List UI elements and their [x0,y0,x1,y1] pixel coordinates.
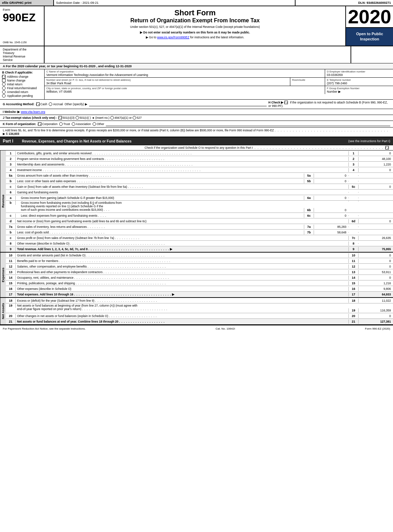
address-cell: Number and street (or P. O. box, if mail… [45,78,290,86]
efile-label: efile GRAPHIC print [0,0,54,6]
line-13: 13 Professional fees and other payments … [6,269,393,275]
omb-number: OMB No. 1545-1150 [3,27,41,44]
line-6c: c Less: direct expenses from gaming and … [6,213,393,218]
line-5b: b Less: cost or other basis and sales ex… [6,178,393,184]
room-cell: Room/suite [290,78,325,86]
line-7c: c Gross profit or (loss) from sales of i… [6,235,393,241]
cash-checkbox[interactable]: ✓ [36,102,40,106]
section-k: K Form of organization: ✓ Corporation Tr… [0,121,393,128]
website-link[interactable]: www.vita-learn.org [21,110,45,114]
trust-radio[interactable] [59,122,63,126]
dept-right-content [45,46,351,63]
page: efile GRAPHIC print Submission Date - 20… [0,0,393,332]
section-a: A For the 2020 calendar year, or tax yea… [0,63,393,69]
form-990ez: 990EZ [3,11,41,24]
section-l: L Add lines 5b, 6c, and 7b to line 9 to … [0,128,393,137]
form-number-block: Form 990EZ OMB No. 1545-1150 [0,6,45,46]
line-5a: 5a Gross amount from sale of assets othe… [6,173,393,178]
submission-date: Submission Date - 2021-09-21 [54,0,296,6]
line-19: 19 Net assets or fund balances at beginn… [6,303,393,313]
line-11: 11 Benefits paid to or for members . . .… [6,258,393,264]
501c-radio[interactable] [76,116,79,119]
line-4: 4 Investment income . . . . . . . . . . … [6,167,393,173]
group-cell: F Group Exemption Number Number ▶ [325,86,393,94]
line-6a: a Gross income from gaming (attach Sched… [6,195,393,201]
association-radio[interactable] [72,122,75,126]
527-radio[interactable] [133,116,136,119]
section-g: G Accounting Method: ✓ Cash Accrual Othe… [0,100,393,109]
schedule-b-checkbox[interactable]: ✓ [284,101,288,104]
address-change-checkbox[interactable]: ✓ [2,75,6,78]
org-details: C Name of organization Vermont Informati… [45,69,393,99]
section-j: J Tax-exempt status (check only one) - ✓… [0,115,393,121]
line-7a: 7a Gross sales of inventory, less return… [6,224,393,230]
year-display: 2020 [346,6,393,28]
line-10: 10 Grants and similar amounts paid (list… [6,253,393,258]
section-b-checks: B Check if applicable: ✓ Address change … [0,69,45,99]
4947-radio[interactable] [110,116,114,119]
line-21: 21 Net assets or fund balances at end of… [6,319,393,324]
line-6b: b Gross income from fundraising events (… [6,201,393,213]
line-14: 14 Occupancy, rent, utilities, and maint… [6,275,393,280]
phone-cell: E Telephone number (207) 798-2460 [325,78,393,86]
application-pending-radio[interactable] [2,94,6,98]
line-16: 16 Other expenses (describe in Schedule … [6,286,393,292]
line-12: 12 Salaries, other compensation, and emp… [6,264,393,269]
irs-url[interactable]: www.irs.gov/Form990EZ [157,36,189,39]
line-1: 1 Contributions, gifts, grants, and simi… [6,151,393,156]
line-5c: c Gain or (loss) from sale of assets oth… [6,184,393,190]
line-6: 6 Gaming and fundraising events [6,190,393,195]
application-pending-row: Application pending [2,94,42,98]
section-h: H Check ▶ ✓ if the organization is not r… [268,101,390,108]
name-change-checkbox[interactable] [2,79,6,82]
accrual-radio[interactable] [49,102,52,106]
open-inspection-badge: Open to Public Inspection [346,28,393,46]
revenue-side-label: Revenue [0,151,6,252]
net-assets-side-label: Net Assets [0,298,6,324]
part-i-header: Part I Revenue, Expenses, and Changes in… [0,137,393,145]
other-radio[interactable] [93,122,96,126]
amended-return-row: Amended return [2,90,42,94]
initial-return-radio[interactable] [2,83,6,86]
expenses-side-label: Expenses [0,253,6,297]
final-return-row: Final return/terminated [2,86,42,90]
line-6d: d Net income or (loss) from gaming and f… [6,218,393,224]
return-title: Return of Organization Exempt From Incom… [48,17,342,24]
do-not-enter: ▶ Do not enter social security numbers o… [48,31,342,34]
line-7b: b Less: cost of goods sold . . . . . . .… [6,230,393,235]
line-2: 2 Program service revenue including gove… [6,156,393,162]
dept-info: Department of the Treasury Internal Reve… [0,46,45,63]
line-3: 3 Membership dues and assessments . . . … [6,162,393,167]
section-i: I Website: ▶ www.vita-learn.org [0,109,393,115]
city-cell: City or town, state or province, country… [45,86,325,94]
ein-cell: D Employer identification number 03-0336… [325,69,393,77]
subtitle: Under section 501(c), 527, or 4947(a)(1)… [48,25,342,29]
form-number-footer: Form 990-EZ (2020) [365,327,390,330]
dln-number: DLN: 93492264000271 [296,0,393,6]
go-to-url: ▶ Go to www.irs.gov/Form990EZ for instru… [48,36,342,39]
short-form-title: Short Form [48,8,342,17]
paperwork-notice: For Paperwork Reduction Act Notice, see … [3,327,86,330]
line-15: 15 Printing, publications, postage, and … [6,280,393,286]
line-18: 18 Excess or (deficit) for the year (Sub… [6,298,393,303]
address-change-row: ✓ Address change [2,75,42,78]
footer: For Paperwork Reduction Act Notice, see … [0,325,393,332]
line-8: 8 Other revenue (describe in Schedule O)… [6,241,393,246]
year-block: 2020 Open to Public Inspection [346,6,393,46]
501c3-checkbox[interactable]: ✓ [58,116,62,119]
line-9: 9 Total revenue. Add lines 1, 2, 3, 4, 5… [6,246,393,252]
line-17: 17 Total expenses. Add lines 10 through … [6,292,393,297]
cat-number: Cat. No. 10642I [215,327,235,330]
initial-return-row: Initial return [2,83,42,86]
line-20: 20 Other changes in net assets or fund b… [6,313,393,319]
amended-return-radio[interactable] [2,90,6,94]
form-title-block: Short Form Return of Organization Exempt… [45,6,346,46]
final-return-radio[interactable] [2,86,6,90]
org-name-cell: C Name of organization Vermont Informati… [45,69,325,77]
schedule-o-checkbox[interactable]: ✓ [385,146,389,149]
corporation-checkbox[interactable]: ✓ [38,122,41,126]
schedule-o-row: Check if the organization used Schedule … [0,145,393,151]
name-change-row: Name change [2,79,42,82]
